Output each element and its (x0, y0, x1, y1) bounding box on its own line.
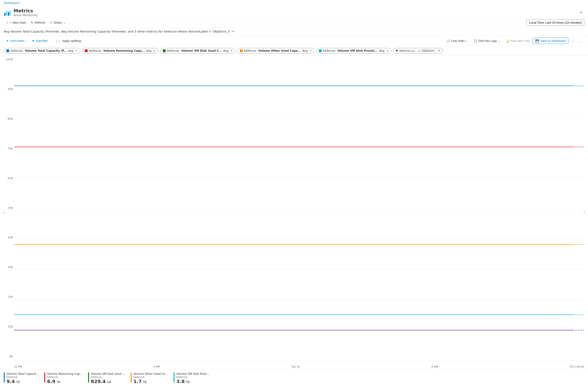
legend-text-4: Volume Other Used Ca... bellevue 1.7 TB (133, 372, 168, 384)
tag5-close[interactable]: × (386, 49, 389, 52)
new-alert-rule-button[interactable]: 🔔 New alert rule (504, 38, 532, 44)
filter-tag-2: bellevue, Volume Remaining Capa... Avg × (82, 48, 158, 54)
new-chart-icon: ＋ (6, 20, 9, 25)
legend-color-5 (174, 372, 174, 383)
tag3-close[interactable]: × (230, 49, 233, 52)
chart-nav-right[interactable]: › (581, 209, 588, 216)
tag3-suffix: Avg (223, 49, 229, 52)
chart-title-bar: Avg Volume Total Capacity (Preview), Avg… (0, 27, 588, 36)
line-chart-chevron: ⌄ (465, 39, 468, 43)
time-range-button[interactable]: Local Time: Last 24 hours (15 minutes) (526, 19, 584, 26)
legend-color-1 (4, 372, 5, 383)
legend-item-1: Volume Total Capacit... bellevue 9.4 TB (4, 372, 39, 384)
save-dropdown-chevron[interactable]: ⌄ (569, 38, 577, 44)
tag2-suffix: Avg (147, 49, 151, 52)
tag4-close[interactable]: × (310, 49, 312, 52)
tag2-close[interactable]: × (153, 49, 156, 52)
app-subtitle: Azure Monitoring (14, 14, 38, 17)
legend-title-5: Volume VM Disk Provi... (176, 372, 210, 376)
metrics-icon (4, 9, 11, 16)
chart-nav-left[interactable]: ‹ (0, 209, 7, 216)
legend-value-3: 829.4 GB (91, 379, 125, 384)
legend-item-4: Volume Other Used Ca... bellevue 1.7 TB (131, 372, 168, 384)
line-chart-label: Line chart (451, 39, 464, 43)
tag5-dot (319, 49, 322, 52)
y-label-2tb: 2TB (2, 295, 13, 299)
edit-title-icon[interactable]: ✏ (232, 30, 234, 33)
tag5-prefix: bellevue, (323, 49, 336, 52)
tag1-bold: Volume Total Capacity (P... (25, 49, 67, 52)
legend-title-4: Volume Other Used Ca... (133, 372, 168, 376)
filter-operator: = (418, 49, 420, 52)
x-axis: 12 PM 6 PM Tue 10 6 AM UTC+08:00 (14, 364, 584, 369)
breadcrumb-dashboard[interactable]: Dashboard (4, 1, 19, 5)
filter-funnel-icon: ▼ (396, 49, 398, 52)
legend-item-2: Volume Remaining Cap... bellevue 6.9 TB (44, 372, 83, 384)
legend-sub-2: bellevue (47, 376, 83, 379)
filter-tag-4: bellevue, Volume Other Used Capa... Avg … (237, 48, 314, 54)
add-metric-label: Add metric (10, 39, 25, 43)
more-options-button[interactable]: ... (578, 38, 584, 44)
add-metric-icon: ✦ (6, 39, 9, 43)
page-header: Metrics Azure Monitoring × (0, 6, 588, 18)
filter-tag-3: bellevue, Volume VM Disk Used C... Avg × (160, 48, 235, 54)
drill-into-logs-button[interactable]: 📋 Drill into Logs ⌄ (471, 38, 503, 44)
filter-label: Volume La... (399, 49, 417, 52)
refresh-label: Refresh (35, 21, 45, 24)
apply-splitting-label: Apply splitting (62, 39, 81, 43)
y-label-4tb: 4TB (2, 236, 13, 239)
save-label: Save to dashboard (540, 39, 566, 43)
add-filter-button[interactable]: ▼ Add filter (29, 38, 50, 44)
apply-splitting-icon: ⋮⋮ (55, 39, 61, 43)
chart-dashed-3b (572, 244, 584, 245)
svg-rect-0 (4, 13, 6, 16)
legend-sub-4: bellevue (133, 376, 168, 379)
x-label-utc: UTC+08:00 (569, 365, 584, 368)
filter-close[interactable]: × (438, 49, 441, 52)
chart-inner: 0B 1TB 2TB 3TB 4TB 5TB 6TB 7TB 8TB 9TB 1… (0, 56, 588, 369)
save-to-dashboard-button[interactable]: 💾 Save to dashboard (533, 38, 568, 44)
add-metric-button[interactable]: ✦ Add metric (4, 38, 27, 44)
legend-unit-5: TB (185, 380, 189, 384)
tag1-suffix: Avg (68, 49, 74, 52)
refresh-button[interactable]: ↻ Refresh (29, 20, 47, 25)
tag1-dot (6, 49, 9, 52)
tag2-bold: Volume Remaining Capa... (103, 49, 145, 52)
y-label-9tb: 9TB (2, 88, 13, 91)
apply-splitting-button[interactable]: ⋮⋮ Apply splitting (52, 38, 84, 44)
tag1-prefix: bellevue, (11, 49, 23, 52)
legend-unit-2: TB (56, 380, 61, 384)
share-button[interactable]: ↗ Share ⌄ (48, 20, 67, 25)
drill-logs-label: Drill into Logs (478, 39, 497, 43)
legend-text-5: Volume VM Disk Provi... bellevue 3.8 TB (176, 372, 210, 384)
grid-area (14, 56, 584, 361)
svg-rect-1 (6, 11, 7, 16)
legend-title-2: Volume Remaining Cap... (47, 372, 83, 376)
chart-line-5 (14, 330, 572, 330)
tag1-close[interactable]: × (75, 49, 78, 52)
toolbar-time-area: Local Time: Last 24 hours (15 minutes) (526, 19, 584, 26)
legend-color-4 (131, 372, 132, 383)
refresh-icon: ↻ (31, 21, 34, 24)
drill-logs-icon: 📋 (474, 39, 477, 43)
tag5-suffix: Avg (379, 49, 384, 52)
chart-line-3b (14, 244, 572, 245)
y-label-0b: 0B (2, 355, 13, 358)
legend-value-2: 6.9 TB (47, 379, 83, 384)
tag5-bold: Volume VM Disk Provisi... (337, 49, 378, 52)
svg-rect-3 (10, 10, 11, 16)
line-chart-button[interactable]: 📈 Line chart ⌄ (444, 38, 470, 44)
share-chevron-icon: ⌄ (63, 21, 65, 24)
legend-title-3: Volume VM Disk Used ... (91, 372, 125, 376)
chart-canvas: 12 PM 6 PM Tue 10 6 AM UTC+08:00 (14, 56, 588, 369)
legend-sub-3: bellevue (91, 376, 125, 379)
share-label: Share (54, 21, 62, 24)
close-button[interactable]: × (578, 9, 584, 16)
chart-dashed-5 (572, 330, 584, 330)
new-chart-button[interactable]: ＋ + New chart (4, 20, 28, 26)
legend-text-1: Volume Total Capacit... bellevue 9.4 TB (7, 372, 39, 384)
y-label-10tb: 10TB (2, 58, 13, 61)
app-title: Metrics (14, 8, 38, 14)
chart-line-2 (14, 147, 572, 147)
legend-unit-4: TB (142, 380, 147, 384)
